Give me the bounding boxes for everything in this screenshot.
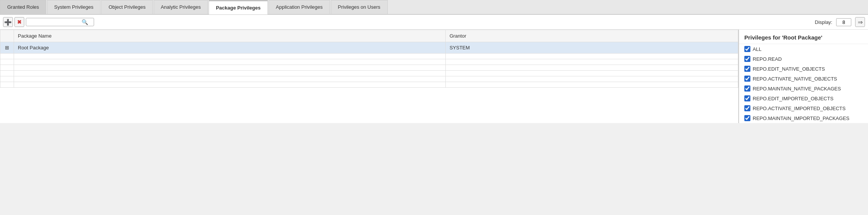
package-table: Package Name Grantor ⊞Root PackageSYSTEM [0,30,738,88]
privilege-item-priv-repo-edit-imported: REPO.EDIT_IMPORTED_OBJECTS [739,93,868,103]
privileges-panel: Privileges for 'Root Package' ALLREPO.RE… [739,30,868,123]
row-package-name [14,65,446,71]
privilege-label-priv-repo-maintain-imported: REPO.MAINTAIN_IMPORTED_PACKAGES [753,115,849,121]
privilege-checkbox-priv-repo-read[interactable] [744,56,750,62]
remove-button[interactable]: ✖ [14,17,24,27]
privilege-item-priv-repo-maintain-imported: REPO.MAINTAIN_IMPORTED_PACKAGES [739,113,868,123]
row-icon [0,82,14,88]
row-package-name [14,54,446,59]
display-label: Display: [815,19,832,25]
table-row[interactable] [0,65,738,71]
privilege-checkbox-priv-repo-edit-imported[interactable] [744,95,750,101]
privilege-checkbox-priv-repo-maintain-native[interactable] [744,85,750,92]
go-button[interactable]: ⇒ [855,17,865,27]
privilege-label-priv-repo-maintain-native: REPO.MAINTAIN_NATIVE_PACKAGES [753,86,841,92]
table-row[interactable] [0,54,738,59]
row-icon [0,59,14,65]
tab-object-privileges[interactable]: Object Privileges [101,0,153,14]
col-grantor: Grantor [445,30,738,42]
row-icon: ⊞ [0,42,14,54]
privilege-checkbox-priv-repo-maintain-imported[interactable] [744,115,750,121]
privileges-title: Privileges for 'Root Package' [739,30,868,44]
toolbar: ➕ ✖ 🔍 Display: ⇒ [0,15,868,30]
add-button[interactable]: ➕ [3,17,13,27]
privileges-list: ALLREPO.READREPO.EDIT_NATIVE_OBJECTSREPO… [739,44,868,123]
row-icon [0,76,14,82]
main-content: Package Name Grantor ⊞Root PackageSYSTEM… [0,30,868,123]
privilege-checkbox-priv-repo-activate-imported[interactable] [744,105,750,111]
privilege-label-priv-repo-edit-imported: REPO.EDIT_IMPORTED_OBJECTS [753,96,833,101]
row-package-name [14,82,446,88]
table-row[interactable] [0,71,738,76]
table-row[interactable] [0,76,738,82]
row-grantor [445,54,738,59]
col-package-name: Package Name [14,30,446,42]
row-package-name [14,59,446,65]
table-row[interactable] [0,82,738,88]
privilege-item-priv-all: ALL [739,44,868,54]
row-package-name [14,76,446,82]
table-row[interactable] [0,59,738,65]
row-package-name [14,71,446,76]
search-box: 🔍 [26,18,94,26]
privilege-item-priv-repo-activate-native: REPO.ACTIVATE_NATIVE_OBJECTS [739,74,868,84]
privilege-checkbox-priv-repo-edit-native[interactable] [744,66,750,72]
privilege-item-priv-repo-read: REPO.READ [739,54,868,64]
tab-privileges-on-users[interactable]: Privileges on Users [331,0,388,14]
row-grantor [445,65,738,71]
tab-application-privileges[interactable]: Application Privileges [269,0,330,14]
row-grantor: SYSTEM [445,42,738,54]
row-package-name: Root Package [14,42,446,54]
privilege-item-priv-repo-maintain-native: REPO.MAINTAIN_NATIVE_PACKAGES [739,84,868,93]
privilege-checkbox-priv-repo-activate-native[interactable] [744,76,750,82]
row-icon [0,54,14,59]
table-section: Package Name Grantor ⊞Root PackageSYSTEM [0,30,739,123]
tab-package-privileges[interactable]: Package Privileges [209,0,268,14]
privilege-label-priv-repo-activate-imported: REPO.ACTIVATE_IMPORTED_OBJECTS [753,106,846,111]
row-grantor [445,59,738,65]
privilege-label-priv-repo-activate-native: REPO.ACTIVATE_NATIVE_OBJECTS [753,76,837,82]
row-grantor [445,76,738,82]
row-icon [0,71,14,76]
search-icon: 🔍 [82,19,88,25]
privilege-label-priv-repo-edit-native: REPO.EDIT_NATIVE_OBJECTS [753,66,825,72]
tab-analytic-privileges[interactable]: Analytic Privileges [154,0,208,14]
row-icon [0,65,14,71]
display-input[interactable] [836,18,851,26]
privilege-item-priv-repo-edit-native: REPO.EDIT_NATIVE_OBJECTS [739,64,868,74]
privilege-label-priv-repo-read: REPO.READ [753,56,782,62]
table-row[interactable]: ⊞Root PackageSYSTEM [0,42,738,54]
col-icon [0,30,14,42]
row-grantor [445,71,738,76]
table-header-row: Package Name Grantor [0,30,738,42]
tabs-bar: Granted RolesSystem PrivilegesObject Pri… [0,0,868,15]
tab-granted-roles[interactable]: Granted Roles [0,0,46,14]
privilege-item-priv-repo-activate-imported: REPO.ACTIVATE_IMPORTED_OBJECTS [739,103,868,113]
privilege-checkbox-priv-all[interactable] [744,46,750,52]
search-input[interactable] [28,19,82,25]
tab-system-privileges[interactable]: System Privileges [47,0,101,14]
row-grantor [445,82,738,88]
privilege-label-priv-all: ALL [753,46,761,52]
